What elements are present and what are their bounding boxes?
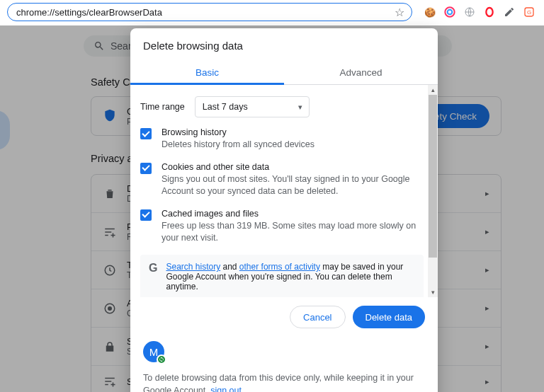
extension-g-icon[interactable]: G bbox=[523, 6, 536, 18]
svg-point-0 bbox=[445, 7, 454, 16]
clear-option-title: Cached images and files bbox=[162, 209, 424, 219]
extension-o-icon[interactable] bbox=[483, 6, 496, 18]
other-activity-link[interactable]: other forms of activity bbox=[239, 262, 320, 272]
tab-advanced[interactable]: Advanced bbox=[284, 60, 438, 84]
clear-option-checkbox[interactable] bbox=[140, 128, 152, 139]
clear-option-desc: Deletes history from all synced devices bbox=[162, 139, 314, 151]
modal-scroll-area: Time range Last 7 days Browsing historyD… bbox=[130, 85, 438, 297]
clear-option-title: Cookies and other site data bbox=[162, 162, 424, 172]
scrollbar-thumb[interactable] bbox=[429, 95, 437, 258]
modal-tabs: Basic Advanced bbox=[130, 60, 438, 85]
scroll-down-arrow[interactable]: ▾ bbox=[428, 287, 438, 297]
modal-footer: M To delete browsing data from this devi… bbox=[130, 335, 438, 392]
scroll-up-arrow[interactable]: ▴ bbox=[428, 85, 438, 95]
sync-badge-icon bbox=[157, 354, 166, 364]
extension-color-icon[interactable] bbox=[443, 6, 456, 18]
extension-icons: 🍪 G bbox=[424, 6, 536, 18]
address-input[interactable] bbox=[16, 7, 390, 18]
google-info-box: G Search history and other forms of acti… bbox=[140, 255, 424, 297]
clear-option-desc: Signs you out of most sites. You'll stay… bbox=[162, 173, 424, 197]
modal-title: Delete browsing data bbox=[130, 28, 438, 60]
extension-pencil-icon[interactable] bbox=[503, 6, 516, 18]
search-history-link[interactable]: Search history bbox=[166, 262, 220, 272]
extension-cookie-icon[interactable]: 🍪 bbox=[424, 6, 436, 18]
settings-page: Search Safety Che Ch Pa Safety Check Pri… bbox=[0, 25, 544, 392]
address-bar[interactable]: ☆ bbox=[7, 3, 412, 21]
sign-out-link[interactable]: sign out bbox=[210, 386, 242, 393]
cancel-button[interactable]: Cancel bbox=[290, 306, 345, 328]
google-info-text: Search history and other forms of activi… bbox=[166, 262, 415, 292]
svg-point-3 bbox=[486, 8, 492, 16]
footer-note: To delete browsing data from this device… bbox=[143, 372, 425, 392]
scrollbar-track[interactable]: ▴ ▾ bbox=[428, 85, 438, 297]
address-bar-row: ☆ 🍪 G bbox=[0, 0, 544, 24]
clear-data-modal: Delete browsing data Basic Advanced Time… bbox=[130, 28, 438, 392]
clear-option-title: Browsing history bbox=[162, 127, 314, 137]
delete-data-button[interactable]: Delete data bbox=[353, 306, 426, 328]
time-range-value: Last 7 days bbox=[203, 102, 248, 112]
svg-text:G: G bbox=[527, 9, 531, 16]
bookmark-star-icon[interactable]: ☆ bbox=[395, 6, 404, 19]
modal-actions: Cancel Delete data bbox=[130, 297, 438, 335]
extension-globe-icon[interactable] bbox=[463, 6, 476, 18]
time-range-select[interactable]: Last 7 days bbox=[195, 96, 310, 117]
google-g-icon: G bbox=[149, 262, 157, 275]
clear-option-desc: Frees up less than 319 MB. Some sites ma… bbox=[162, 220, 424, 244]
clear-option-row: Cookies and other site dataSigns you out… bbox=[140, 162, 424, 197]
clear-option-checkbox[interactable] bbox=[140, 163, 152, 174]
time-range-label: Time range bbox=[140, 102, 185, 112]
tab-basic[interactable]: Basic bbox=[130, 60, 284, 84]
clear-option-checkbox[interactable] bbox=[140, 209, 152, 221]
clear-option-row: Browsing historyDeletes history from all… bbox=[140, 127, 424, 151]
account-avatar[interactable]: M bbox=[143, 341, 164, 362]
clear-option-row: Cached images and filesFrees up less tha… bbox=[140, 209, 424, 244]
svg-point-1 bbox=[448, 10, 453, 15]
